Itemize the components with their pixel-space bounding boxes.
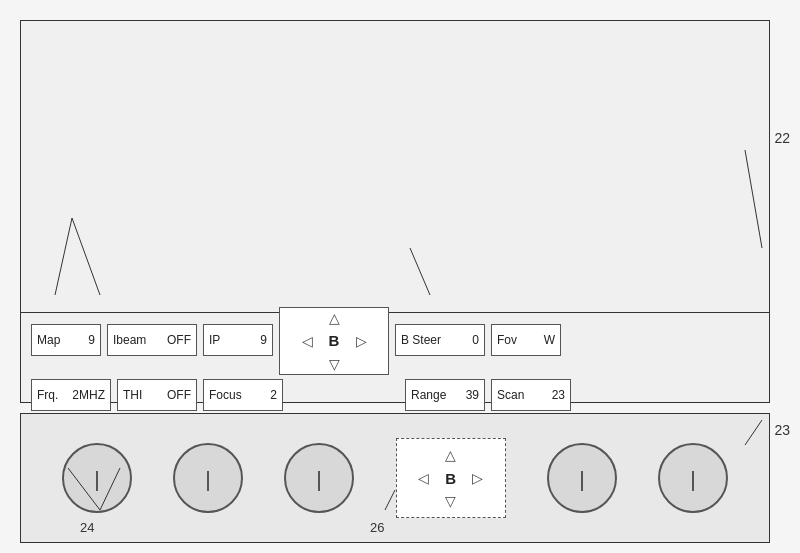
dpad-up[interactable]: △: [329, 310, 340, 326]
knob-3-indicator: [318, 471, 320, 491]
controls-grid: Map 9 Ibeam OFF IP 9: [31, 305, 759, 411]
label-26: 26: [370, 520, 384, 535]
scan-label: Scan: [497, 388, 524, 402]
focus-label: Focus: [209, 388, 242, 402]
bottom-dpad[interactable]: △ ◁ B ▷ ▽: [396, 438, 506, 518]
knob-6[interactable]: [658, 443, 728, 513]
focus-value: 2: [270, 388, 277, 402]
map-label: Map: [37, 333, 60, 347]
focus-control[interactable]: Focus 2: [203, 379, 283, 411]
dpad-left[interactable]: ◁: [302, 333, 313, 349]
knob-5-indicator: [581, 471, 583, 491]
fov-label: Fov: [497, 333, 517, 347]
map-value: 9: [88, 333, 95, 347]
bottom-dpad-up[interactable]: △: [445, 447, 456, 463]
control-area: Map 9 Ibeam OFF IP 9: [21, 312, 769, 402]
fov-control[interactable]: Fov W: [491, 324, 561, 356]
fov-value: W: [544, 333, 555, 347]
ibeam-value: OFF: [167, 333, 191, 347]
bottom-panel: △ ◁ B ▷ ▽: [20, 413, 770, 543]
label-24: 24: [80, 520, 94, 535]
bottom-dpad-right[interactable]: ▷: [472, 470, 483, 486]
frq-control[interactable]: Frq. 2MHZ: [31, 379, 111, 411]
knob-2-indicator: [207, 471, 209, 491]
frq-value: 2MHZ: [72, 388, 105, 402]
thi-label: THI: [123, 388, 142, 402]
ip-control[interactable]: IP 9: [203, 324, 273, 356]
bottom-dpad-down[interactable]: ▽: [445, 493, 456, 509]
ip-value: 9: [260, 333, 267, 347]
knob-5[interactable]: [547, 443, 617, 513]
thi-value: OFF: [167, 388, 191, 402]
label-23: 23: [774, 422, 790, 438]
right-controls-row-2: Range 39 Scan 23: [405, 379, 571, 411]
bsteer-label: B Steer: [401, 333, 441, 347]
knob-2[interactable]: [173, 443, 243, 513]
dpad-inner: △ ◁ B ▷ ▽: [295, 307, 373, 375]
dpad-right[interactable]: ▷: [356, 333, 367, 349]
bsteer-value: 0: [472, 333, 479, 347]
knob-1[interactable]: [62, 443, 132, 513]
right-controls-row-1: B Steer 0 Fov W: [395, 324, 561, 356]
bsteer-control[interactable]: B Steer 0: [395, 324, 485, 356]
range-label: Range: [411, 388, 446, 402]
range-control[interactable]: Range 39: [405, 379, 485, 411]
frq-label: Frq.: [37, 388, 58, 402]
thi-control[interactable]: THI OFF: [117, 379, 197, 411]
knob-1-indicator: [96, 471, 98, 491]
ibeam-label: Ibeam: [113, 333, 146, 347]
ip-label: IP: [209, 333, 220, 347]
controls-row-2: Frq. 2MHZ THI OFF Focus 2: [31, 379, 759, 411]
scan-control[interactable]: Scan 23: [491, 379, 571, 411]
dpad-control[interactable]: △ ◁ B ▷ ▽: [279, 307, 389, 375]
map-control[interactable]: Map 9: [31, 324, 101, 356]
bottom-dpad-left[interactable]: ◁: [418, 470, 429, 486]
bottom-dpad-center: B: [445, 470, 456, 487]
controls-row-1: Map 9 Ibeam OFF IP 9: [31, 305, 759, 375]
knob-3[interactable]: [284, 443, 354, 513]
scan-value: 23: [552, 388, 565, 402]
bottom-dpad-inner: △ ◁ B ▷ ▽: [412, 444, 490, 512]
dpad-center: B: [329, 332, 340, 349]
range-value: 39: [466, 388, 479, 402]
dpad-down[interactable]: ▽: [329, 356, 340, 372]
knob-6-indicator: [692, 471, 694, 491]
main-panel: Map 9 Ibeam OFF IP 9: [20, 20, 770, 403]
label-22: 22: [774, 130, 790, 146]
ibeam-control[interactable]: Ibeam OFF: [107, 324, 197, 356]
